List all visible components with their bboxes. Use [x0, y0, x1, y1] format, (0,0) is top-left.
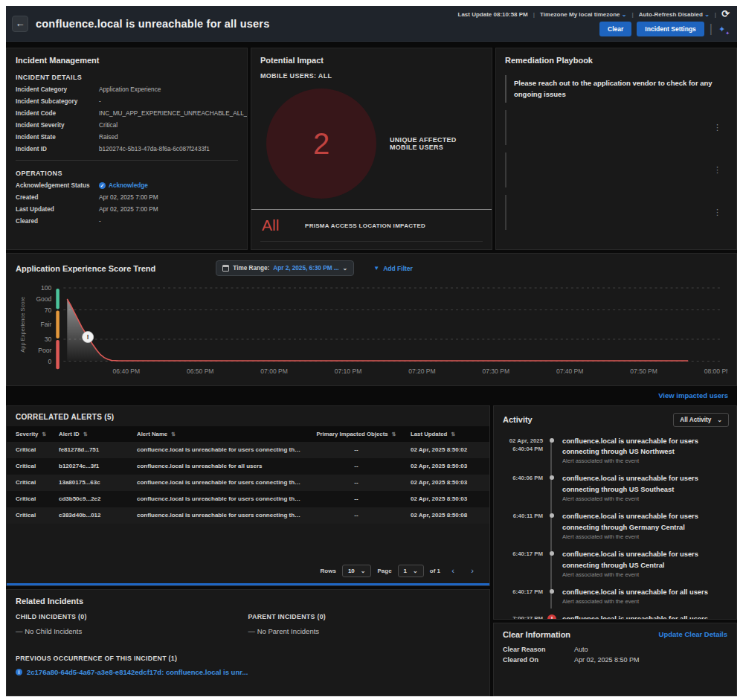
table-row[interactable]: Criticalfe81278d...751confluence.local i… [7, 442, 489, 458]
table-cell: cd3b50c9...2e2 [50, 491, 128, 507]
activity-item[interactable]: 02 Apr, 20256:40:04 PMconfluence.local i… [500, 436, 730, 465]
page-select[interactable]: 1⌄ [398, 565, 424, 577]
incident-details-list: Incident CategoryApplication ExperienceI… [16, 86, 238, 152]
score-area-fill [67, 299, 688, 362]
table-cell: confluence.local is unreachable for user… [128, 507, 306, 524]
column-header-alert-id[interactable]: Alert ID ⇅ [50, 426, 128, 442]
impact-stat-value: Poor [262, 248, 295, 250]
svg-text:Fair: Fair [41, 321, 52, 328]
horizontal-scrollbar[interactable] [7, 583, 489, 585]
back-button[interactable]: ← [12, 16, 28, 32]
clear-info-row: Cleared OnApr 02, 2025 8:50 PM [503, 656, 727, 664]
clear-information-panel: Clear Information Update Clear Details C… [493, 623, 737, 696]
trend-title: Application Experience Score Trend [16, 264, 155, 273]
child-incidents-empty: — No Child Incidents [16, 627, 248, 635]
activity-item[interactable]: 7:00:27 PM!confluence.local is unreachab… [500, 614, 730, 618]
table-cell: Critical [7, 507, 50, 524]
calendar-icon [222, 265, 229, 272]
incident-detail-page: ← confluence.local is unreachable for al… [6, 6, 737, 696]
kebab-menu-icon[interactable]: ⋮ [713, 123, 721, 132]
table-cell: -- [306, 491, 402, 507]
activity-item[interactable]: 6:40:17 PMconfluence.local is unreachabl… [500, 587, 730, 605]
activity-item[interactable]: 6:40:17 PMconfluence.local is unreachabl… [500, 549, 730, 578]
mobile-users-subtitle: MOBILE USERS: ALL [260, 72, 483, 80]
activity-timestamp: 7:00:27 PM [500, 614, 543, 618]
svg-text:0: 0 [48, 358, 52, 365]
score-band-fair [56, 311, 59, 338]
detail-label: Incident Severity [16, 122, 99, 129]
table-row[interactable]: Criticalb120274c...3f1confluence.local i… [7, 458, 489, 475]
acknowledge-link[interactable]: ✓ Acknowledge [99, 182, 148, 189]
column-header-primary-impacted-objects[interactable]: Primary Impacted Objects ⇅ [306, 426, 402, 442]
table-cell: Critical [7, 475, 50, 491]
previous-occurrence-link[interactable]: i 2c176a80-64d5-4a67-a3e8-e8142edcf17d: … [16, 668, 480, 676]
incident-marker-icon: ! [87, 333, 89, 341]
table-cell: 02 Apr, 2025 8:50:03 [402, 491, 489, 507]
column-header-severity[interactable]: Severity ⇅ [7, 426, 50, 442]
column-header-last-updated[interactable]: Last Updated ⇅ [402, 426, 489, 442]
time-range-filter[interactable]: Time Range: Apr 2, 2025, 6:30 PM ... ⌄ [216, 260, 354, 276]
activity-body: confluence.local is unreachable for all … [562, 587, 730, 605]
update-clear-details-link[interactable]: Update Clear Details [659, 630, 727, 638]
impact-stat-value: All [262, 216, 295, 234]
score-line [67, 299, 688, 361]
activity-filter-dropdown[interactable]: All Activity⌄ [673, 413, 729, 427]
detail-row: Incident CodeINC_MU_APP_EXPERIENCE_UNREA… [16, 110, 238, 117]
svg-text:Good: Good [36, 295, 51, 303]
sort-icon: ⇅ [171, 431, 176, 437]
activity-item[interactable]: 6:40:06 PMconfluence.local is unreachabl… [500, 473, 730, 502]
svg-text:Poor: Poor [38, 347, 51, 354]
prev-page-button[interactable]: ‹ [446, 565, 460, 577]
refresh-icon[interactable]: ⟳ [721, 10, 730, 18]
svg-text:08:00 PM: 08:00 PM [704, 367, 727, 375]
timezone-dropdown[interactable]: Timezone My local timezone ⌄ [540, 11, 626, 18]
incident-settings-button[interactable]: Incident Settings [637, 22, 704, 36]
table-cell: 02 Apr, 2025 8:50:03 [402, 475, 489, 491]
chevron-down-icon: ⌄ [343, 265, 348, 272]
table-cell: -- [306, 442, 402, 458]
clear-button[interactable]: Clear [599, 22, 631, 36]
ai-assistant-icon[interactable]: ✦✦ [718, 23, 730, 35]
detail-label: Incident Category [16, 86, 99, 93]
table-row[interactable]: Criticalc383d40b...012confluence.local i… [7, 507, 489, 524]
svg-text:30: 30 [45, 335, 52, 343]
svg-text:07:40 PM: 07:40 PM [556, 367, 584, 375]
table-cell: fe81278d...751 [50, 442, 128, 458]
activity-panel: Activity All Activity⌄ 02 Apr, 20256:40:… [493, 405, 737, 620]
add-filter-button[interactable]: ▼ Add Filter [373, 265, 413, 272]
activity-event-subtitle: Alert associated with the event [562, 495, 730, 502]
activity-marker [543, 549, 562, 578]
column-header-alert-name[interactable]: Alert Name ⇅ [128, 426, 306, 442]
activity-timestamp: 6:40:06 PM [500, 473, 543, 502]
activity-timestamp: 6:40:11 PM [500, 511, 543, 540]
rows-per-page-select[interactable]: 10⌄ [342, 565, 372, 577]
activity-date: 02 Apr, 2025 [500, 437, 543, 446]
detail-label: Incident ID [16, 146, 99, 152]
clear-information-title: Clear Information [503, 630, 570, 639]
impact-stat-label: PRISMA ACCESS LOCATION IMPACTED [305, 222, 425, 229]
activity-body: confluence.local is unreachable for user… [562, 511, 730, 540]
table-cell: c383d40b...012 [50, 507, 128, 524]
table-cell: -- [306, 475, 402, 491]
activity-body: confluence.local is unreachable for user… [562, 436, 730, 465]
activity-event-title: confluence.local is unreachable for all … [562, 614, 730, 618]
kebab-menu-icon[interactable]: ⋮ [713, 166, 721, 174]
view-impacted-users-link[interactable]: View impacted users [658, 391, 728, 399]
affected-users-circle: 2 [266, 89, 376, 199]
table-row[interactable]: Critical13a80175...63cconfluence.local i… [7, 475, 489, 491]
table-row[interactable]: Criticalcd3b50c9...2e2confluence.local i… [7, 491, 489, 507]
clear-info-value: Apr 02, 2025 8:50 PM [574, 656, 640, 664]
svg-text:07:50 PM: 07:50 PM [630, 367, 657, 375]
activity-event-title: confluence.local is unreachable for user… [562, 436, 730, 457]
table-cell: Critical [7, 458, 50, 475]
kebab-menu-icon[interactable]: ⋮ [713, 208, 721, 216]
table-cell: b120274c...3f1 [50, 458, 128, 475]
activity-item[interactable]: 6:40:11 PMconfluence.local is unreachabl… [500, 511, 730, 540]
table-cell: 02 Apr, 2025 8:50:02 [402, 442, 489, 458]
clear-info-label: Clear Reason [503, 646, 574, 653]
next-page-button[interactable]: › [466, 565, 479, 577]
alerts-table-body: Criticalfe81278d...751confluence.local i… [7, 442, 489, 524]
auto-refresh-dropdown[interactable]: Auto-Refresh Disabled ⌄ [639, 11, 710, 18]
activity-marker [543, 587, 562, 605]
table-pagination: Rows 10⌄ Page 1⌄ of 1 ‹ › [7, 560, 489, 583]
